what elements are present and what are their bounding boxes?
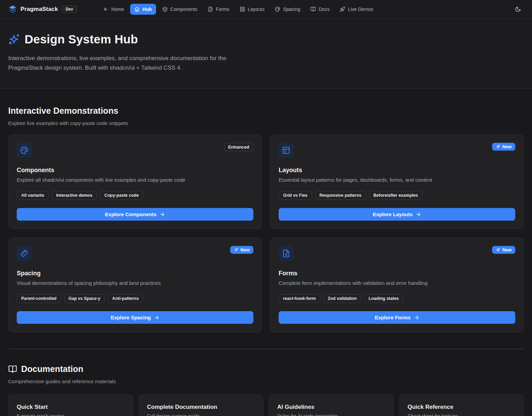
explore-components-button[interactable]: Explore Components: [17, 208, 253, 221]
page-title: Design System Hub: [25, 32, 138, 46]
doc-card-subtitle: Rules for AI code generation: [277, 413, 385, 416]
book-open-icon: [8, 365, 17, 374]
demo-card-components: Enhanced Components Explore all shadcn/u…: [8, 134, 262, 229]
card-title: Layouts: [279, 167, 515, 174]
main-content: Interactive Demonstrations Explore live …: [0, 89, 532, 416]
home-icon: [134, 6, 140, 12]
layout-grid-icon: [240, 6, 245, 12]
arrow-right-icon: [154, 315, 159, 320]
sparkles-icon: [234, 248, 238, 252]
card-title: Forms: [279, 270, 515, 277]
doc-card-title: Complete Documentation: [147, 404, 255, 411]
tag: Grid vs Flex: [279, 191, 312, 200]
file-text-icon: [208, 6, 213, 12]
palette-icon: [17, 143, 32, 158]
nav-item-home[interactable]: Home: [99, 4, 128, 15]
tag: Anti-patterns: [108, 294, 143, 303]
doc-card-title: Quick Reference: [408, 404, 516, 411]
card-description: Essential layout patterns for pages, das…: [279, 177, 515, 183]
tag: Interactive demos: [52, 191, 97, 200]
card-description: Complete form implementations with valid…: [279, 280, 515, 286]
doc-card-grid: Quick Start 5-minute crash course Comple…: [8, 394, 524, 416]
doc-card-subtitle: Cheat sheet for lookups: [408, 413, 516, 416]
layers-icon: [8, 5, 17, 14]
card-title: Spacing: [17, 270, 253, 277]
nav-item-layouts[interactable]: Layouts: [236, 4, 269, 15]
explore-spacing-button[interactable]: Explore Spacing: [17, 311, 253, 324]
tag: Copy-paste code: [100, 191, 143, 200]
doc-card-title: AI Guidelines: [277, 404, 385, 411]
nav-item-spacing[interactable]: Spacing: [271, 4, 305, 15]
file-text-icon: [279, 246, 294, 261]
demos-section-title: Interactive Demonstrations: [8, 106, 524, 116]
env-badge: Dev: [61, 5, 77, 13]
book-open-icon: [310, 6, 316, 12]
tag: All variants: [17, 191, 48, 200]
arrow-right-icon: [159, 212, 165, 217]
tag: Gap vs Space-y: [64, 294, 105, 303]
new-badge: New: [492, 143, 515, 151]
docs-section-subtitle: Comprehensive guides and reference mater…: [8, 378, 524, 384]
sparkles-icon: [496, 248, 500, 252]
ruler-icon: [17, 246, 32, 261]
tag: Zod validation: [323, 294, 361, 303]
arrow-left-icon: [103, 6, 109, 12]
new-badge: New: [230, 246, 253, 254]
doc-card-subtitle: Full design system guide: [147, 413, 255, 416]
demos-section-subtitle: Explore live examples with copy-paste co…: [8, 120, 524, 126]
panels-top-left-icon: [279, 143, 294, 158]
demo-card-spacing: New Spacing Visual demonstrations of spa…: [8, 237, 262, 332]
tag: Before/after examples: [369, 191, 423, 200]
demos-section-header: Interactive Demonstrations Explore live …: [8, 89, 524, 126]
doc-card-title: Quick Start: [17, 404, 125, 411]
brand-name: PragmaStack: [20, 6, 58, 13]
nav-item-forms[interactable]: Forms: [204, 4, 234, 15]
arrow-right-icon: [416, 212, 421, 217]
tag: react-hook-form: [279, 294, 320, 303]
theme-toggle-button[interactable]: [512, 3, 524, 15]
rocket-icon: [340, 6, 345, 12]
nav-item-live-demos[interactable]: Live Demos: [336, 4, 377, 15]
sparkles-icon: [496, 144, 500, 149]
sparkles-icon: [8, 33, 20, 45]
moon-icon: [515, 6, 521, 12]
status-badge: Enhanced: [224, 143, 253, 151]
doc-card-ai-guidelines[interactable]: AI Guidelines Rules for AI code generati…: [269, 394, 394, 416]
page-description: Interactive demonstrations, live example…: [8, 54, 263, 73]
arrow-right-icon: [414, 315, 419, 320]
docs-section-title: Documentation: [8, 364, 524, 374]
explore-forms-button[interactable]: Explore Forms: [279, 311, 515, 324]
tag: Parent-controlled: [17, 294, 61, 303]
palette-icon: [275, 6, 280, 12]
nav-item-components[interactable]: Components: [158, 4, 201, 15]
doc-card-subtitle: 5-minute crash course: [17, 413, 125, 416]
doc-card-quick-reference[interactable]: Quick Reference Cheat sheet for lookups: [399, 394, 524, 416]
tag: Loading states: [364, 294, 403, 303]
demo-card-forms: New Forms Complete form implementations …: [270, 237, 524, 332]
docs-section-header: Documentation Comprehensive guides and r…: [8, 349, 524, 384]
top-navbar: PragmaStack Dev Home Hub Components Fo: [0, 0, 532, 19]
card-description: Visual demonstrations of spacing philoso…: [17, 280, 253, 286]
tag: Responsive patterns: [315, 191, 366, 200]
doc-card-complete-documentation[interactable]: Complete Documentation Full design syste…: [139, 394, 264, 416]
demo-card-layouts: New Layouts Essential layout patterns fo…: [270, 134, 524, 229]
card-title: Components: [17, 167, 253, 174]
demo-card-grid: Enhanced Components Explore all shadcn/u…: [8, 134, 524, 332]
main-nav: Home Hub Components Forms Layouts: [99, 4, 377, 15]
brand[interactable]: PragmaStack Dev: [8, 5, 77, 14]
doc-card-quick-start[interactable]: Quick Start 5-minute crash course: [8, 394, 133, 416]
box-icon: [162, 6, 168, 12]
card-description: Explore all shadcn/ui components with li…: [17, 177, 253, 183]
hero-section: Design System Hub Interactive demonstrat…: [0, 19, 532, 89]
explore-layouts-button[interactable]: Explore Layouts: [279, 208, 515, 221]
nav-item-hub[interactable]: Hub: [130, 4, 156, 15]
nav-item-docs[interactable]: Docs: [306, 4, 334, 15]
new-badge: New: [492, 246, 515, 254]
